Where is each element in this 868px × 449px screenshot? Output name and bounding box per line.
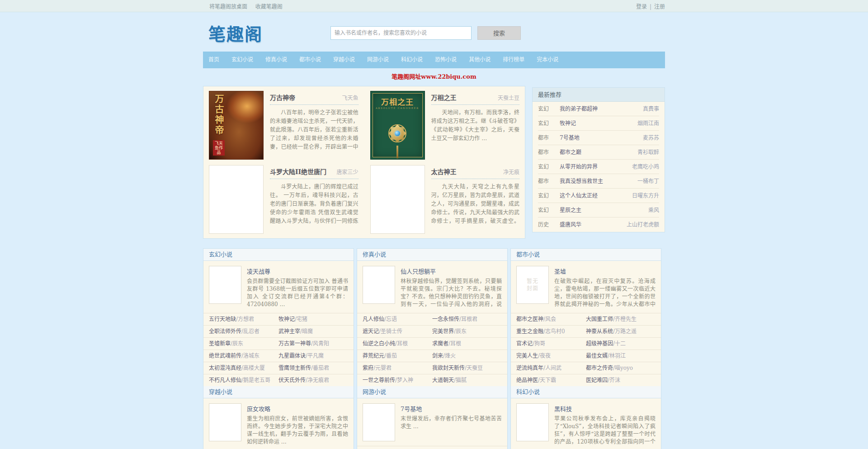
book-list: 五行天地缺/方想君牧神记/宅猪全职法师外传/乱忍者武神主宰/暗魔圣墟新章/辰东万… bbox=[203, 313, 354, 386]
book-title-link[interactable]: 神豪从系统 bbox=[586, 328, 613, 335]
book-title-link[interactable]: 伏天氏外传 bbox=[278, 377, 306, 383]
book-title-link[interactable]: 武神主宰 bbox=[278, 328, 300, 335]
book-title-link[interactable]: 绝世武魂前传 bbox=[209, 353, 241, 359]
category-header-link[interactable]: 玄幻小说 bbox=[209, 251, 232, 258]
book-cover[interactable]: 暂无封面 bbox=[516, 266, 549, 304]
book-title-link[interactable]: 牧神记 bbox=[560, 116, 634, 131]
book-title-link[interactable]: 大国重工师 bbox=[586, 316, 613, 322]
book-cover[interactable]: 万古神帝飞天鱼作品 bbox=[209, 91, 264, 160]
book-title-link[interactable]: 牧神记 bbox=[278, 316, 295, 322]
book-title-link[interactable]: 都市之巅 bbox=[560, 145, 634, 160]
book-title-link[interactable]: 凡人修仙 bbox=[363, 316, 384, 322]
book-title-link[interactable]: 7号基地 bbox=[401, 404, 502, 413]
column-featured-book: 7号基地末世爆发后，幸存者们齐聚七号基地苦苦求生 … bbox=[357, 398, 507, 446]
book-title-link[interactable]: 圣墟新章 bbox=[209, 340, 231, 347]
top-strip-links: 将笔趣阁放桌面 收藏笔趣阁 bbox=[203, 2, 283, 10]
bookmark-site-link[interactable]: 收藏笔趣阁 bbox=[255, 4, 283, 10]
book-cell: 不朽凡人修仙/鹅是老五哥 bbox=[209, 374, 278, 386]
book-title-link[interactable]: 仙逆之白小纯 bbox=[363, 340, 395, 347]
book-title-link[interactable]: 最佳女婿 bbox=[586, 353, 608, 359]
book-title-link[interactable]: 五行天地缺 bbox=[209, 316, 236, 322]
nav-item-9[interactable]: 排行榜单 bbox=[500, 52, 527, 68]
nav-item-1[interactable]: 玄幻小说 bbox=[229, 52, 256, 68]
nav-item-6[interactable]: 科幻小说 bbox=[398, 52, 425, 68]
book-title-link[interactable]: 圣墟 bbox=[554, 267, 656, 275]
book-cover[interactable]: 万相之王ABSOLUTE CANONEER bbox=[370, 91, 425, 160]
book-cover[interactable] bbox=[209, 403, 241, 441]
category-header-link[interactable]: 都市小说 bbox=[516, 251, 540, 258]
nav-item-5[interactable]: 网游小说 bbox=[364, 52, 392, 68]
book-title-link[interactable]: 7号基地 bbox=[560, 131, 639, 145]
category-header-link[interactable]: 穿越小说 bbox=[209, 388, 232, 395]
book-title-link[interactable]: 万古神帝 bbox=[270, 93, 295, 102]
book-title-link[interactable]: 完美世界 bbox=[432, 328, 454, 335]
book-title-link[interactable]: 我的弟子都超神 bbox=[560, 102, 639, 116]
category-header-link[interactable]: 修真小说 bbox=[363, 251, 386, 258]
site-url-link[interactable]: www.22biqu.com bbox=[421, 73, 476, 80]
book-title-link[interactable]: 一念永恒传 bbox=[432, 316, 459, 322]
book-title-link[interactable]: 全职法师外传 bbox=[209, 328, 241, 335]
book-title-link[interactable]: 绝品神医 bbox=[516, 377, 538, 383]
nav-item-10[interactable]: 完本小说 bbox=[534, 52, 561, 68]
book-title-link[interactable]: 万古第一神尊 bbox=[278, 340, 311, 347]
book-title-link[interactable]: 太初混沌真经 bbox=[209, 365, 241, 371]
book-title-link[interactable]: 都市之医神 bbox=[516, 316, 543, 322]
book-cell: 五行天地缺/方想君 bbox=[209, 313, 278, 325]
book-cover[interactable] bbox=[516, 403, 549, 441]
nav-item-8[interactable]: 其他小说 bbox=[466, 52, 493, 68]
set-homepage-link[interactable]: 将笔趣阁放桌面 bbox=[209, 4, 247, 10]
book-author: 真费事 bbox=[643, 102, 659, 116]
book-title-link[interactable]: 逆流纯真年 bbox=[516, 365, 543, 371]
compass-emblem-icon bbox=[385, 121, 410, 146]
book-title-link[interactable]: 重生之金融 bbox=[516, 328, 543, 335]
category-header-link[interactable]: 网游小说 bbox=[363, 388, 386, 395]
book-title-link[interactable]: 庶女攻略 bbox=[247, 404, 348, 413]
book-title-link[interactable]: 大道朝天 bbox=[432, 377, 454, 383]
book-title-link[interactable]: 万相之王 bbox=[431, 93, 457, 102]
search-input[interactable] bbox=[330, 26, 472, 40]
book-title-link[interactable]: 凌天战尊 bbox=[247, 267, 348, 275]
book-title-link[interactable]: 求魔者 bbox=[432, 340, 448, 347]
book-title-link[interactable]: 超级神基因 bbox=[586, 340, 613, 347]
book-title-link[interactable]: 剑来 bbox=[432, 353, 443, 359]
book-title-link[interactable]: 莽荒纪元 bbox=[363, 353, 384, 359]
book-title-link[interactable]: 都市之传奇 bbox=[586, 365, 613, 371]
book-title-link[interactable]: 官术记 bbox=[516, 340, 533, 347]
book-title-link[interactable]: 我真没想当救世主 bbox=[560, 174, 634, 189]
book-author: /宅猪 bbox=[295, 316, 307, 322]
nav-item-4[interactable]: 穿越小说 bbox=[330, 52, 358, 68]
nav-item-0[interactable]: 首页 bbox=[206, 52, 222, 68]
book-title-link[interactable]: 星辰之主 bbox=[560, 203, 645, 217]
category-header-link[interactable]: 科幻小说 bbox=[516, 388, 540, 395]
nav-item-3[interactable]: 都市小说 bbox=[297, 52, 324, 68]
book-title-link[interactable]: 九星霸体诀 bbox=[278, 353, 306, 359]
nav-item-2[interactable]: 修真小说 bbox=[263, 52, 290, 68]
book-title-link[interactable]: 遮天记 bbox=[363, 328, 379, 335]
book-author: /方想君 bbox=[236, 316, 254, 322]
book-title-link[interactable]: 仙人只想躺平 bbox=[401, 267, 502, 275]
book-title-link[interactable]: 从零开始的异界 bbox=[560, 160, 628, 174]
book-title-link[interactable]: 斗罗大陆II绝世唐门 bbox=[270, 167, 326, 176]
book-title-link[interactable]: 紫府 bbox=[363, 365, 373, 371]
nav-item-7[interactable]: 恐怖小说 bbox=[432, 52, 459, 68]
search-button[interactable]: 搜索 bbox=[477, 26, 521, 40]
site-logo[interactable]: 笔趣阁 bbox=[208, 20, 263, 45]
book-cover[interactable] bbox=[209, 266, 241, 304]
book-cover[interactable] bbox=[370, 165, 425, 234]
book-title-link[interactable]: 一世之尊前传 bbox=[363, 377, 395, 383]
login-link[interactable]: 登录 bbox=[636, 4, 647, 10]
book-title-link[interactable]: 黑科技 bbox=[554, 404, 656, 413]
book-title-link[interactable]: 盛唐风华 bbox=[560, 217, 623, 232]
book-title-link[interactable]: 不朽凡人修仙 bbox=[209, 377, 241, 383]
book-cover[interactable] bbox=[363, 266, 395, 304]
book-title-link[interactable]: 我欲封天新传 bbox=[432, 365, 465, 371]
register-link[interactable]: 注册 bbox=[654, 4, 665, 10]
book-title-link[interactable]: 雪鹰领主新传 bbox=[278, 365, 311, 371]
book-title-link[interactable]: 太古神王 bbox=[431, 167, 457, 176]
book-title-link[interactable]: 这个人仙太正经 bbox=[560, 189, 628, 203]
book-title-link[interactable]: 医妃难囚 bbox=[586, 377, 608, 383]
book-title-link[interactable]: 完美人生 bbox=[516, 353, 538, 359]
book-cover[interactable] bbox=[209, 165, 264, 234]
book-author: /十二 bbox=[613, 340, 626, 347]
book-cover[interactable] bbox=[363, 403, 395, 441]
